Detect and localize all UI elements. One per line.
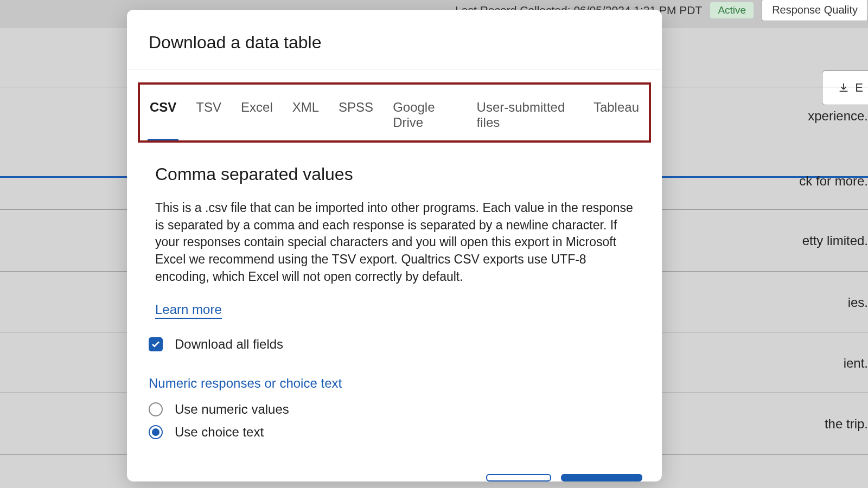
use-numeric-radio[interactable] <box>149 402 163 416</box>
bg-text-fragment: etty limited. <box>802 233 868 248</box>
tab-tableau[interactable]: Tableau <box>593 100 639 140</box>
response-format-group-title: Numeric responses or choice text <box>149 376 634 391</box>
export-button-label: E <box>855 81 863 95</box>
download-all-fields-label: Download all fields <box>175 337 283 352</box>
download-all-fields-checkbox[interactable] <box>149 337 163 351</box>
bg-text-fragment: ies. <box>848 295 868 310</box>
tab-excel[interactable]: Excel <box>241 100 273 140</box>
use-choice-text-radio[interactable] <box>149 425 163 439</box>
use-choice-text-row: Use choice text <box>149 425 634 440</box>
format-title: Comma separated values <box>155 164 634 184</box>
learn-more-link[interactable]: Learn more <box>155 302 222 319</box>
download-all-fields-row: Download all fields <box>149 337 634 352</box>
modal-body: CSV TSV Excel XML SPSS Google Drive User… <box>127 82 662 464</box>
format-description: This is a .csv file that can be imported… <box>155 200 634 286</box>
cancel-button[interactable] <box>486 474 551 481</box>
download-icon <box>838 82 850 94</box>
modal-title: Download a data table <box>149 33 640 53</box>
format-tabs: CSV TSV Excel XML SPSS Google Drive User… <box>146 100 642 140</box>
bg-text-fragment: ient. <box>844 356 868 371</box>
modal-header: Download a data table <box>127 10 662 69</box>
download-button[interactable] <box>561 474 642 481</box>
bg-text-fragment: the trip. <box>825 416 868 432</box>
use-numeric-row: Use numeric values <box>149 402 634 417</box>
tab-tsv[interactable]: TSV <box>196 100 221 140</box>
tab-spss[interactable]: SPSS <box>339 100 373 140</box>
check-icon <box>151 339 161 349</box>
tab-xml[interactable]: XML <box>292 100 319 140</box>
use-choice-text-label: Use choice text <box>175 425 264 440</box>
tab-user-files[interactable]: User-submitted files <box>477 100 574 140</box>
download-modal: Download a data table CSV TSV Excel XML … <box>127 10 662 481</box>
export-button[interactable]: E <box>822 70 868 105</box>
status-badge: Active <box>710 2 754 18</box>
response-quality-button[interactable]: Response Quality <box>762 0 868 21</box>
bg-text-fragment: xperience. <box>808 108 868 124</box>
tab-google-drive[interactable]: Google Drive <box>393 100 457 140</box>
format-content: Comma separated values This is a .csv fi… <box>127 143 662 464</box>
tab-highlight-box: CSV TSV Excel XML SPSS Google Drive User… <box>138 82 651 143</box>
use-numeric-label: Use numeric values <box>175 402 289 417</box>
tab-csv[interactable]: CSV <box>150 100 176 140</box>
bg-text-fragment: ck for more. <box>799 174 868 189</box>
modal-footer <box>486 474 642 481</box>
